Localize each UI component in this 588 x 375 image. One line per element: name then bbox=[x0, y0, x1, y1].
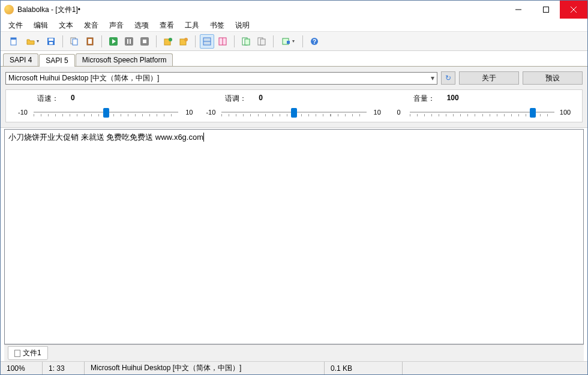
toolbar-separator bbox=[156, 35, 157, 47]
text-cursor bbox=[203, 133, 204, 142]
svg-rect-1 bbox=[544, 7, 549, 13]
menu-speak[interactable]: 发音 bbox=[79, 19, 104, 31]
voice-panel: Microsoft Huihui Desktop [中文（简体，中国）] ↻ 关… bbox=[1, 67, 587, 128]
svg-rect-14 bbox=[125, 37, 133, 46]
toolbar-separator bbox=[302, 35, 303, 47]
svg-text:?: ? bbox=[313, 38, 316, 45]
toolbar: ? bbox=[1, 32, 587, 51]
volume-value: 100 bbox=[447, 94, 459, 104]
export-clip-button[interactable] bbox=[176, 34, 191, 49]
pitch-min: -10 bbox=[203, 109, 218, 116]
menu-text[interactable]: 文本 bbox=[53, 19, 79, 31]
play-button[interactable] bbox=[106, 34, 121, 49]
menu-bookmark[interactable]: 书签 bbox=[205, 19, 230, 31]
volume-slider[interactable] bbox=[410, 106, 554, 118]
svg-rect-16 bbox=[130, 39, 131, 44]
toolbar-separator bbox=[273, 35, 274, 47]
menu-help[interactable]: 说明 bbox=[230, 19, 255, 31]
rate-min: -10 bbox=[16, 109, 30, 116]
volume-label: 音量： bbox=[413, 94, 435, 104]
text-editor[interactable]: 小刀烧饼开业大促销 来就送 免费吃免费送 www.x6g.com bbox=[4, 129, 584, 344]
svg-rect-5 bbox=[11, 38, 16, 40]
rate-value: 0 bbox=[71, 94, 75, 104]
pause-button[interactable] bbox=[122, 34, 136, 49]
rate-slider-group: 语速：0 -10 10 bbox=[16, 94, 196, 118]
script-a-button[interactable] bbox=[239, 34, 253, 49]
window-title: Balabolka - [文件1]• bbox=[17, 5, 505, 15]
sliders-panel: 语速：0 -10 10 语调：0 -10 10 音量：100 0 100 bbox=[5, 89, 583, 122]
menu-bar: 文件 编辑 文本 发音 声音 选项 查看 工具 书签 说明 bbox=[1, 19, 587, 32]
svg-rect-8 bbox=[49, 42, 53, 44]
engine-tabs: SAPI 4 SAPI 5 Microsoft Speech Platform bbox=[1, 51, 587, 67]
svg-rect-18 bbox=[143, 40, 146, 43]
menu-options[interactable]: 选项 bbox=[129, 19, 154, 31]
svg-point-20 bbox=[169, 38, 172, 41]
svg-rect-28 bbox=[245, 39, 250, 45]
tab-sapi5[interactable]: SAPI 5 bbox=[39, 54, 74, 67]
status-voice: Microsoft Huihui Desktop [中文（简体，中国）] bbox=[85, 362, 325, 374]
editor-content: 小刀烧饼开业大促销 来就送 免费吃免费送 www.x6g.com bbox=[8, 133, 203, 142]
rate-max: 10 bbox=[182, 109, 196, 116]
about-voice-button[interactable]: 关于 bbox=[459, 71, 519, 85]
pitch-label: 语调： bbox=[225, 94, 247, 104]
status-bar: 100% 1: 33 Microsoft Huihui Desktop [中文（… bbox=[1, 361, 587, 374]
voice-select-value: Microsoft Huihui Desktop [中文（简体，中国）] bbox=[8, 73, 159, 83]
document-tab-1[interactable]: 文件1 bbox=[8, 346, 48, 360]
toolbar-separator bbox=[195, 35, 196, 47]
svg-rect-15 bbox=[127, 39, 128, 44]
close-button[interactable] bbox=[560, 1, 587, 19]
open-file-button[interactable] bbox=[22, 34, 43, 49]
document-tabs: 文件1 bbox=[4, 344, 584, 361]
svg-rect-12 bbox=[88, 39, 92, 44]
volume-max: 100 bbox=[558, 109, 572, 116]
svg-rect-30 bbox=[260, 39, 265, 45]
pitch-max: 10 bbox=[370, 109, 385, 116]
toolbar-separator bbox=[101, 35, 102, 47]
toolbar-separator bbox=[234, 35, 235, 47]
pitch-value: 0 bbox=[259, 94, 263, 104]
status-position: 1: 33 bbox=[43, 362, 85, 374]
refresh-voices-button[interactable]: ↻ bbox=[441, 71, 455, 85]
document-tab-label: 文件1 bbox=[23, 348, 41, 358]
status-zoom: 100% bbox=[1, 362, 43, 374]
pitch-slider-group: 语调：0 -10 10 bbox=[203, 94, 384, 118]
svg-rect-7 bbox=[49, 38, 53, 41]
rate-slider[interactable] bbox=[34, 106, 178, 118]
status-size: 0.1 KB bbox=[325, 362, 403, 374]
panel-b-button[interactable] bbox=[215, 34, 230, 49]
minimize-button[interactable] bbox=[505, 1, 532, 19]
menu-tools[interactable]: 工具 bbox=[179, 19, 205, 31]
panel-a-button[interactable] bbox=[200, 34, 214, 49]
extension-button[interactable] bbox=[278, 34, 298, 49]
svg-point-22 bbox=[184, 38, 188, 41]
script-b-button[interactable] bbox=[254, 34, 269, 49]
preset-button[interactable]: 预设 bbox=[523, 71, 583, 85]
new-file-button[interactable] bbox=[7, 34, 21, 49]
copy-button[interactable] bbox=[67, 34, 82, 49]
menu-voice[interactable]: 声音 bbox=[104, 19, 129, 31]
paste-button[interactable] bbox=[83, 34, 97, 49]
tab-ms-speech[interactable]: Microsoft Speech Platform bbox=[76, 53, 173, 66]
menu-edit[interactable]: 编辑 bbox=[28, 19, 53, 31]
volume-min: 0 bbox=[392, 109, 406, 116]
export-audio-button[interactable] bbox=[161, 34, 175, 49]
volume-slider-group: 音量：100 0 100 bbox=[392, 94, 572, 118]
save-button[interactable] bbox=[44, 34, 58, 49]
app-icon bbox=[4, 5, 14, 14]
help-button[interactable]: ? bbox=[307, 34, 322, 49]
stop-button[interactable] bbox=[137, 34, 152, 49]
rate-label: 语速： bbox=[37, 94, 59, 104]
menu-file[interactable]: 文件 bbox=[3, 19, 28, 31]
refresh-icon: ↻ bbox=[445, 74, 451, 82]
svg-rect-10 bbox=[73, 39, 77, 45]
maximize-button[interactable] bbox=[532, 1, 560, 19]
toolbar-separator bbox=[62, 35, 63, 47]
menu-view[interactable]: 查看 bbox=[154, 19, 179, 31]
title-bar: Balabolka - [文件1]• bbox=[1, 1, 587, 19]
pitch-slider[interactable] bbox=[221, 106, 366, 118]
document-icon bbox=[14, 350, 20, 357]
tab-sapi4[interactable]: SAPI 4 bbox=[3, 53, 38, 66]
svg-rect-32 bbox=[287, 41, 290, 44]
voice-select[interactable]: Microsoft Huihui Desktop [中文（简体，中国）] bbox=[5, 72, 437, 85]
